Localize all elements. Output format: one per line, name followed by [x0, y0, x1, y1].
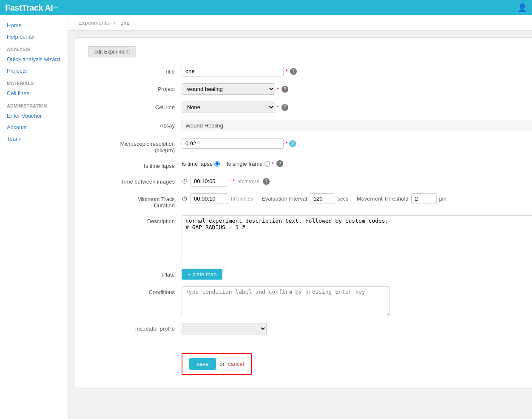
breadcrumb-current: one	[120, 20, 130, 26]
plate-control-wrap: + plate map	[182, 269, 532, 280]
min-track-row: Minimum Track Duration ⏱ hh:mm:ss Evalua…	[88, 193, 532, 209]
microscopic-required: *	[285, 140, 287, 147]
min-track-input[interactable]	[190, 193, 228, 204]
timelapse-radio1-label[interactable]: Is time lapse	[182, 161, 220, 167]
timelapse-radio-group: Is time lapse Is single frame	[182, 161, 270, 167]
description-row: Description normal experiment descriptio…	[88, 215, 532, 262]
eval-interval-input[interactable]	[310, 193, 335, 204]
plate-label: Plate	[88, 269, 182, 278]
project-required: *	[277, 86, 279, 92]
title-label: Title	[88, 66, 182, 75]
min-track-clock-icon: ⏱	[182, 195, 188, 202]
timelapse-control-wrap: Is time lapse Is single frame * ?	[182, 160, 532, 167]
save-button[interactable]: save	[189, 358, 216, 370]
time-between-hint: hh:mm:ss	[237, 178, 259, 184]
sidebar-item-quick-analysis-wizard[interactable]: Quick analysis wizard	[0, 54, 68, 65]
sidebar-item-projects[interactable]: Projects	[0, 65, 68, 76]
sidebar-section-materials: MATERIALS	[0, 76, 68, 88]
title-input[interactable]	[182, 66, 284, 76]
eval-interval-group: Evaluation Interval secs	[262, 193, 348, 204]
movement-threshold-unit: µm	[439, 196, 447, 202]
eval-interval-unit: secs	[338, 196, 348, 202]
description-control-wrap: normal experiment description text. Foll…	[182, 215, 532, 262]
assay-label: Assay	[88, 120, 182, 129]
user-icon[interactable]: 👤	[518, 3, 527, 12]
microscopic-help-icon[interactable]: ?	[289, 140, 296, 147]
inline-fields: ⏱ hh:mm:ss Evaluation Interval secs Move…	[182, 193, 532, 204]
sidebar-item-help-center[interactable]: Help center	[0, 31, 68, 42]
timelapse-radio2-label[interactable]: Is single frame	[227, 161, 270, 167]
time-between-help-icon[interactable]: ?	[263, 178, 270, 185]
time-between-input[interactable]	[190, 176, 228, 187]
min-track-control-wrap: ⏱ hh:mm:ss Evaluation Interval secs Move…	[182, 193, 532, 204]
title-row: Title * ?	[88, 66, 532, 76]
project-select[interactable]: wound healing Project A Project B	[182, 83, 275, 95]
project-control-wrap: wound healing Project A Project B * ?	[182, 83, 532, 95]
sidebar-item-cell-lines[interactable]: Cell lines	[0, 88, 68, 99]
incubator-control-wrap: Profile A Profile B	[182, 323, 532, 334]
timelapse-label: Is time lapse	[88, 160, 182, 169]
time-between-control-wrap: ⏱ * hh:mm:ss ?	[182, 176, 532, 187]
sidebar-item-enter-voucher[interactable]: Enter Voucher	[0, 110, 68, 122]
sidebar-item-home[interactable]: Home	[0, 20, 68, 31]
timelapse-radio2[interactable]	[265, 161, 270, 167]
breadcrumb: Experiments / one	[68, 15, 532, 31]
min-track-time-wrap: ⏱ hh:mm:ss	[182, 193, 253, 204]
title-control-wrap: * ?	[182, 66, 532, 76]
movement-threshold-group: Movement Threshold µm	[357, 193, 447, 204]
clock-icon: ⏱	[182, 178, 188, 185]
microscopic-row: Microscopic resolution (pix/µm) * ?	[88, 138, 532, 153]
incubator-select[interactable]: Profile A Profile B	[182, 323, 267, 334]
main-content: Experiments / one edit Experiment Title …	[68, 15, 532, 419]
cellline-control-wrap: None Cell line A Cell line B * ?	[182, 102, 532, 113]
project-row: Project wound healing Project A Project …	[88, 83, 532, 95]
min-track-hint: hh:mm:ss	[231, 196, 253, 202]
conditions-control-wrap	[182, 286, 532, 316]
sidebar-section-analysis: ANALYSIS	[0, 42, 68, 54]
sidebar: Home Help center ANALYSIS Quick analysis…	[0, 15, 68, 419]
incubator-label: Incubator profile	[88, 323, 182, 332]
breadcrumb-parent[interactable]: Experiments	[78, 20, 109, 26]
cellline-select[interactable]: None Cell line A Cell line B	[182, 102, 275, 113]
conditions-textarea[interactable]	[182, 286, 390, 316]
incubator-row: Incubator profile Profile A Profile B	[88, 323, 532, 334]
timelapse-radio1-text: Is time lapse	[182, 161, 213, 167]
movement-threshold-label: Movement Threshold	[357, 195, 409, 202]
assay-control-wrap: Wound Healing	[182, 120, 532, 131]
sidebar-item-account[interactable]: Account	[0, 122, 68, 133]
sidebar-item-team[interactable]: Team	[0, 133, 68, 144]
time-between-required: *	[233, 178, 235, 184]
conditions-label: Conditions	[88, 286, 182, 295]
cellline-row: Cell line None Cell line A Cell line B *…	[88, 102, 532, 113]
sidebar-section-administration: ADMINISTRATION	[0, 99, 68, 110]
timelapse-row: Is time lapse Is time lapse Is single fr…	[88, 160, 532, 169]
title-required: *	[285, 68, 287, 74]
movement-threshold-input[interactable]	[411, 193, 437, 204]
cellline-help-icon[interactable]: ?	[282, 104, 288, 111]
plate-map-button[interactable]: + plate map	[182, 269, 222, 280]
cellline-label: Cell line	[88, 102, 182, 110]
title-help-icon[interactable]: ?	[290, 68, 297, 75]
or-text: or	[219, 361, 225, 367]
time-between-row: Time between images ⏱ * hh:mm:ss ?	[88, 176, 532, 187]
assay-row: Assay Wound Healing	[88, 120, 532, 131]
description-textarea[interactable]: normal experiment description text. Foll…	[182, 215, 532, 262]
assay-display: Wound Healing	[182, 120, 532, 131]
timelapse-radio1[interactable]	[214, 161, 220, 167]
description-label: Description	[88, 215, 182, 224]
save-cancel-row: save or cancel	[182, 353, 252, 375]
topbar: FastTrack AI™ 👤	[0, 0, 532, 15]
cancel-link[interactable]: cancel	[228, 361, 244, 367]
conditions-row: Conditions	[88, 286, 532, 316]
project-help-icon[interactable]: ?	[282, 86, 288, 93]
timelapse-help-icon[interactable]: ?	[276, 160, 283, 167]
edit-experiment-tab[interactable]: edit Experiment	[88, 46, 136, 57]
breadcrumb-separator: /	[114, 20, 116, 26]
microscopic-control-wrap: * ?	[182, 138, 532, 149]
time-between-wrap: ⏱ * hh:mm:ss	[182, 176, 259, 187]
tab-header: edit Experiment	[88, 46, 532, 57]
logo: FastTrack AI™	[5, 3, 59, 13]
form-card: edit Experiment Title * ? Project wound …	[75, 37, 532, 388]
microscopic-input[interactable]	[182, 138, 284, 149]
timelapse-required: *	[272, 161, 274, 167]
